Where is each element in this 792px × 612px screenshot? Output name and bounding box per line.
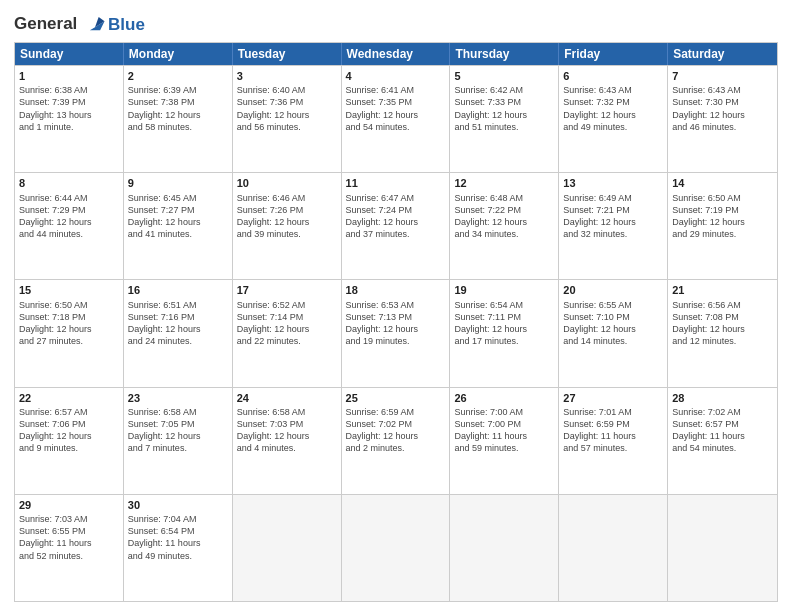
calendar-cell-13: 13Sunrise: 6:49 AM Sunset: 7:21 PM Dayli… [559,173,668,279]
day-info: Sunrise: 6:52 AM Sunset: 7:14 PM Dayligh… [237,299,337,348]
weekday-header-sunday: Sunday [15,43,124,65]
day-number: 21 [672,283,773,297]
calendar-cell-12: 12Sunrise: 6:48 AM Sunset: 7:22 PM Dayli… [450,173,559,279]
calendar-header: SundayMondayTuesdayWednesdayThursdayFrid… [15,43,777,65]
day-number: 3 [237,69,337,83]
day-number: 19 [454,283,554,297]
calendar-cell-4: 4Sunrise: 6:41 AM Sunset: 7:35 PM Daylig… [342,66,451,172]
calendar-cell-5: 5Sunrise: 6:42 AM Sunset: 7:33 PM Daylig… [450,66,559,172]
calendar-cell-24: 24Sunrise: 6:58 AM Sunset: 7:03 PM Dayli… [233,388,342,494]
day-info: Sunrise: 6:55 AM Sunset: 7:10 PM Dayligh… [563,299,663,348]
day-info: Sunrise: 6:50 AM Sunset: 7:18 PM Dayligh… [19,299,119,348]
day-info: Sunrise: 6:43 AM Sunset: 7:32 PM Dayligh… [563,84,663,133]
day-info: Sunrise: 7:04 AM Sunset: 6:54 PM Dayligh… [128,513,228,562]
calendar-cell-20: 20Sunrise: 6:55 AM Sunset: 7:10 PM Dayli… [559,280,668,386]
weekday-header-saturday: Saturday [668,43,777,65]
day-number: 12 [454,176,554,190]
day-number: 17 [237,283,337,297]
day-info: Sunrise: 6:38 AM Sunset: 7:39 PM Dayligh… [19,84,119,133]
day-info: Sunrise: 6:48 AM Sunset: 7:22 PM Dayligh… [454,192,554,241]
calendar-cell-10: 10Sunrise: 6:46 AM Sunset: 7:26 PM Dayli… [233,173,342,279]
day-info: Sunrise: 6:58 AM Sunset: 7:03 PM Dayligh… [237,406,337,455]
calendar-cell-16: 16Sunrise: 6:51 AM Sunset: 7:16 PM Dayli… [124,280,233,386]
day-info: Sunrise: 6:45 AM Sunset: 7:27 PM Dayligh… [128,192,228,241]
calendar-cell-15: 15Sunrise: 6:50 AM Sunset: 7:18 PM Dayli… [15,280,124,386]
calendar-row-5: 29Sunrise: 7:03 AM Sunset: 6:55 PM Dayli… [15,494,777,601]
day-info: Sunrise: 6:49 AM Sunset: 7:21 PM Dayligh… [563,192,663,241]
day-number: 8 [19,176,119,190]
calendar-cell-23: 23Sunrise: 6:58 AM Sunset: 7:05 PM Dayli… [124,388,233,494]
day-number: 2 [128,69,228,83]
day-number: 30 [128,498,228,512]
calendar-cell-3: 3Sunrise: 6:40 AM Sunset: 7:36 PM Daylig… [233,66,342,172]
day-number: 9 [128,176,228,190]
calendar-cell-28: 28Sunrise: 7:02 AM Sunset: 6:57 PM Dayli… [668,388,777,494]
calendar-row-1: 1Sunrise: 6:38 AM Sunset: 7:39 PM Daylig… [15,65,777,172]
calendar-row-2: 8Sunrise: 6:44 AM Sunset: 7:29 PM Daylig… [15,172,777,279]
calendar-cell-25: 25Sunrise: 6:59 AM Sunset: 7:02 PM Dayli… [342,388,451,494]
day-number: 5 [454,69,554,83]
calendar-body: 1Sunrise: 6:38 AM Sunset: 7:39 PM Daylig… [15,65,777,601]
day-number: 14 [672,176,773,190]
calendar-cell-9: 9Sunrise: 6:45 AM Sunset: 7:27 PM Daylig… [124,173,233,279]
calendar-cell-7: 7Sunrise: 6:43 AM Sunset: 7:30 PM Daylig… [668,66,777,172]
day-number: 7 [672,69,773,83]
day-number: 6 [563,69,663,83]
day-info: Sunrise: 7:03 AM Sunset: 6:55 PM Dayligh… [19,513,119,562]
day-number: 29 [19,498,119,512]
calendar-cell-6: 6Sunrise: 6:43 AM Sunset: 7:32 PM Daylig… [559,66,668,172]
day-number: 27 [563,391,663,405]
calendar-row-3: 15Sunrise: 6:50 AM Sunset: 7:18 PM Dayli… [15,279,777,386]
calendar-cell-empty [668,495,777,601]
weekday-header-monday: Monday [124,43,233,65]
calendar-cell-27: 27Sunrise: 7:01 AM Sunset: 6:59 PM Dayli… [559,388,668,494]
day-info: Sunrise: 6:46 AM Sunset: 7:26 PM Dayligh… [237,192,337,241]
day-info: Sunrise: 6:44 AM Sunset: 7:29 PM Dayligh… [19,192,119,241]
logo: General Blue [14,14,145,36]
day-info: Sunrise: 7:00 AM Sunset: 7:00 PM Dayligh… [454,406,554,455]
calendar-cell-1: 1Sunrise: 6:38 AM Sunset: 7:39 PM Daylig… [15,66,124,172]
day-info: Sunrise: 6:59 AM Sunset: 7:02 PM Dayligh… [346,406,446,455]
calendar-cell-17: 17Sunrise: 6:52 AM Sunset: 7:14 PM Dayli… [233,280,342,386]
day-number: 24 [237,391,337,405]
calendar-cell-18: 18Sunrise: 6:53 AM Sunset: 7:13 PM Dayli… [342,280,451,386]
day-info: Sunrise: 6:57 AM Sunset: 7:06 PM Dayligh… [19,406,119,455]
calendar-cell-30: 30Sunrise: 7:04 AM Sunset: 6:54 PM Dayli… [124,495,233,601]
calendar: SundayMondayTuesdayWednesdayThursdayFrid… [14,42,778,602]
calendar-cell-empty [233,495,342,601]
day-number: 23 [128,391,228,405]
calendar-cell-19: 19Sunrise: 6:54 AM Sunset: 7:11 PM Dayli… [450,280,559,386]
day-info: Sunrise: 6:51 AM Sunset: 7:16 PM Dayligh… [128,299,228,348]
calendar-cell-22: 22Sunrise: 6:57 AM Sunset: 7:06 PM Dayli… [15,388,124,494]
calendar-cell-14: 14Sunrise: 6:50 AM Sunset: 7:19 PM Dayli… [668,173,777,279]
day-info: Sunrise: 6:39 AM Sunset: 7:38 PM Dayligh… [128,84,228,133]
day-info: Sunrise: 6:40 AM Sunset: 7:36 PM Dayligh… [237,84,337,133]
day-info: Sunrise: 6:42 AM Sunset: 7:33 PM Dayligh… [454,84,554,133]
calendar-cell-21: 21Sunrise: 6:56 AM Sunset: 7:08 PM Dayli… [668,280,777,386]
day-info: Sunrise: 6:58 AM Sunset: 7:05 PM Dayligh… [128,406,228,455]
day-info: Sunrise: 6:41 AM Sunset: 7:35 PM Dayligh… [346,84,446,133]
day-info: Sunrise: 6:43 AM Sunset: 7:30 PM Dayligh… [672,84,773,133]
calendar-cell-26: 26Sunrise: 7:00 AM Sunset: 7:00 PM Dayli… [450,388,559,494]
weekday-header-tuesday: Tuesday [233,43,342,65]
day-info: Sunrise: 7:01 AM Sunset: 6:59 PM Dayligh… [563,406,663,455]
calendar-cell-8: 8Sunrise: 6:44 AM Sunset: 7:29 PM Daylig… [15,173,124,279]
day-info: Sunrise: 6:54 AM Sunset: 7:11 PM Dayligh… [454,299,554,348]
calendar-cell-empty [342,495,451,601]
day-number: 13 [563,176,663,190]
calendar-cell-11: 11Sunrise: 6:47 AM Sunset: 7:24 PM Dayli… [342,173,451,279]
calendar-cell-empty [450,495,559,601]
day-info: Sunrise: 6:53 AM Sunset: 7:13 PM Dayligh… [346,299,446,348]
weekday-header-wednesday: Wednesday [342,43,451,65]
calendar-cell-2: 2Sunrise: 6:39 AM Sunset: 7:38 PM Daylig… [124,66,233,172]
day-number: 25 [346,391,446,405]
day-info: Sunrise: 6:47 AM Sunset: 7:24 PM Dayligh… [346,192,446,241]
day-number: 10 [237,176,337,190]
calendar-row-4: 22Sunrise: 6:57 AM Sunset: 7:06 PM Dayli… [15,387,777,494]
day-number: 4 [346,69,446,83]
day-number: 28 [672,391,773,405]
day-number: 20 [563,283,663,297]
day-number: 15 [19,283,119,297]
day-number: 26 [454,391,554,405]
day-info: Sunrise: 6:56 AM Sunset: 7:08 PM Dayligh… [672,299,773,348]
